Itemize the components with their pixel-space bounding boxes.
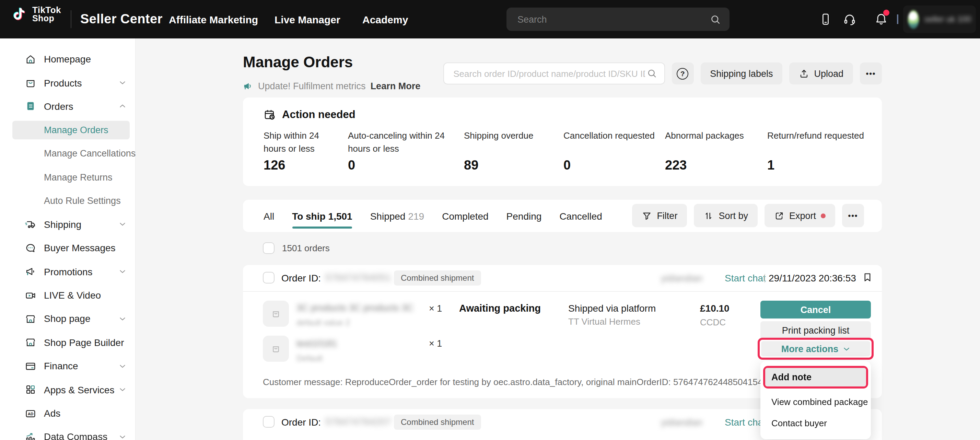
help-button[interactable]: ? xyxy=(671,62,694,84)
sidebar-item-shipping[interactable]: Shipping xyxy=(0,212,135,236)
page-title: Manage Orders xyxy=(243,54,353,72)
upload-button[interactable]: Upload xyxy=(789,62,853,84)
more-actions-button[interactable]: More actions xyxy=(761,341,870,356)
select-all-checkbox[interactable] xyxy=(263,242,275,254)
metric-value: 126 xyxy=(264,158,340,173)
sidebar-item-auto-rule-settings[interactable]: Auto Rule Settings xyxy=(0,189,135,213)
announcement-megaphone-icon xyxy=(243,81,253,91)
product-name-blurred[interactable]: 3C products 3C products 3C pro... xyxy=(296,303,413,313)
search-icon xyxy=(710,13,721,25)
metric-value: 0 xyxy=(348,158,458,173)
filter-button[interactable]: Filter xyxy=(632,204,687,227)
home-icon xyxy=(25,53,37,65)
order-checkbox[interactable] xyxy=(263,272,275,284)
metric-label: Return/refund requested xyxy=(767,129,877,155)
menu-item-add-note[interactable]: Add note xyxy=(765,368,866,386)
sidebar-item-live-video[interactable]: LIVE & Video xyxy=(0,284,135,307)
upload-label: Upload xyxy=(814,68,843,78)
chevron-down-icon xyxy=(119,268,126,275)
metric-label: Shipping overdue xyxy=(464,129,560,155)
sidebar-item-orders[interactable]: Orders xyxy=(0,95,135,118)
add-note-highlight: Add note xyxy=(763,366,868,389)
tab-to-ship[interactable]: To ship1,501 xyxy=(292,210,352,222)
menu-item-contact-buyer[interactable]: Contact buyer xyxy=(760,413,871,434)
tab-pending[interactable]: Pending xyxy=(506,210,542,222)
product-name-blurred[interactable]: test10181 xyxy=(296,338,337,349)
sort-by-button[interactable]: Sort by xyxy=(694,204,758,227)
tab-shipped[interactable]: Shipped219 xyxy=(370,210,425,222)
tiktok-note-icon xyxy=(11,5,27,23)
metric-return-refund[interactable]: Return/refund requested 1 xyxy=(767,129,877,173)
metric-auto-cancel[interactable]: Auto-canceling within 24 hours or less 0 xyxy=(348,129,458,173)
metric-cancellation-requested[interactable]: Cancellation requested 0 xyxy=(563,129,663,173)
bookmark-icon[interactable] xyxy=(862,272,873,283)
nav-seller-center[interactable]: Seller Center xyxy=(80,0,163,38)
mobile-app-icon[interactable] xyxy=(819,12,832,26)
sidebar-item-ads[interactable]: AD Ads xyxy=(0,402,135,425)
tab-completed[interactable]: Completed xyxy=(442,210,488,222)
metric-shipping-overdue[interactable]: Shipping overdue 89 xyxy=(464,129,560,173)
more-actions-highlight: More actions xyxy=(758,338,873,360)
sidebar-item-promotions[interactable]: Promotions xyxy=(0,260,135,284)
tab-cancelled[interactable]: Cancelled xyxy=(559,210,602,222)
sidebar-item-manage-returns[interactable]: Manage Returns xyxy=(0,166,135,189)
sidebar-item-finance[interactable]: Finance xyxy=(0,354,135,378)
video-camera-icon xyxy=(25,289,37,301)
storefront-builder-icon xyxy=(25,337,37,348)
tiktok-shop-logo[interactable]: TikTok Shop xyxy=(11,5,61,23)
product-thumbnail[interactable] xyxy=(263,336,289,362)
sidebar-item-manage-orders[interactable]: Manage Orders xyxy=(0,118,135,142)
nav-academy[interactable]: Academy xyxy=(362,0,408,38)
topbar-search[interactable] xyxy=(506,8,730,31)
shipping-method: Shipped via platform xyxy=(568,303,656,314)
nav-affiliate-marketing[interactable]: Affiliate Marketing xyxy=(169,0,258,38)
order-search-input[interactable] xyxy=(452,68,646,79)
tab-all[interactable]: All xyxy=(264,210,274,222)
shipping-labels-button[interactable]: Shipping labels xyxy=(700,62,782,84)
order-id-blurred: 57647476405125257 xyxy=(325,273,391,283)
export-notification-dot xyxy=(821,213,826,218)
sidebar-item-buyer-messages[interactable]: Buyer Messages xyxy=(0,236,135,260)
cancel-order-button[interactable]: Cancel xyxy=(760,301,871,319)
sidebar-item-manage-cancellations[interactable]: Manage Cancellations xyxy=(0,142,135,166)
metric-value: 1 xyxy=(767,158,877,173)
combined-shipment-badge: Combined shipment xyxy=(394,271,481,285)
product-thumbnail[interactable] xyxy=(263,301,289,327)
sidebar-item-shop-page[interactable]: Shop page xyxy=(0,307,135,331)
export-button[interactable]: Export xyxy=(765,204,835,227)
metric-ship-24h[interactable]: Ship within 24 hours or less 126 xyxy=(264,129,340,173)
sidebar-item-data-compass[interactable]: Data Compass xyxy=(0,425,135,440)
learn-more-link[interactable]: Learn More xyxy=(371,81,421,91)
sidebar-item-homepage[interactable]: Homepage xyxy=(0,47,135,71)
user-separator xyxy=(897,14,898,24)
sidebar-item-apps-services[interactable]: Apps & Services xyxy=(0,378,135,402)
customer-message: Customer message: ReproduceOrder_order f… xyxy=(263,377,762,387)
sidebar-item-shop-page-builder[interactable]: Shop Page Builder xyxy=(0,330,135,354)
chevron-down-icon xyxy=(119,315,126,323)
more-options-button[interactable]: ••• xyxy=(860,62,882,84)
menu-item-view-combined-package[interactable]: View combined package xyxy=(760,391,871,413)
sidebar-item-products[interactable]: Products xyxy=(0,71,135,95)
user-menu[interactable]: seller uk 100 xyxy=(903,5,976,33)
order-checkbox[interactable] xyxy=(263,416,275,428)
start-chat-link[interactable]: Start chat xyxy=(725,273,766,284)
brand-text: TikTok Shop xyxy=(32,5,61,23)
avatar[interactable] xyxy=(908,10,919,29)
order-search[interactable] xyxy=(443,62,665,84)
select-all-row: 1501 orders xyxy=(263,242,330,254)
sidebar-subitem-label: Auto Rule Settings xyxy=(44,196,121,206)
chat-bubble-icon xyxy=(25,242,37,254)
topbar-search-input[interactable] xyxy=(516,13,710,25)
chevron-down-icon xyxy=(119,221,126,228)
print-packing-list-button[interactable]: Print packing list xyxy=(760,321,871,339)
sidebar: Homepage Products Orders Manage Orders M… xyxy=(0,38,136,440)
nav-live-manager[interactable]: Live Manager xyxy=(275,0,340,38)
header-separator xyxy=(765,274,765,283)
more-tab-actions-button[interactable]: ••• xyxy=(842,204,864,227)
product-quantity: × 1 xyxy=(429,303,442,314)
more-actions-dropdown: Add note View combined package Contact b… xyxy=(760,361,871,439)
metric-abnormal-packages[interactable]: Abnormal packages 223 xyxy=(665,129,761,173)
buyer-name-blurred: yidiandian xyxy=(661,273,719,284)
support-headset-icon[interactable] xyxy=(843,12,856,26)
start-chat-link[interactable]: Start chat xyxy=(725,417,766,428)
